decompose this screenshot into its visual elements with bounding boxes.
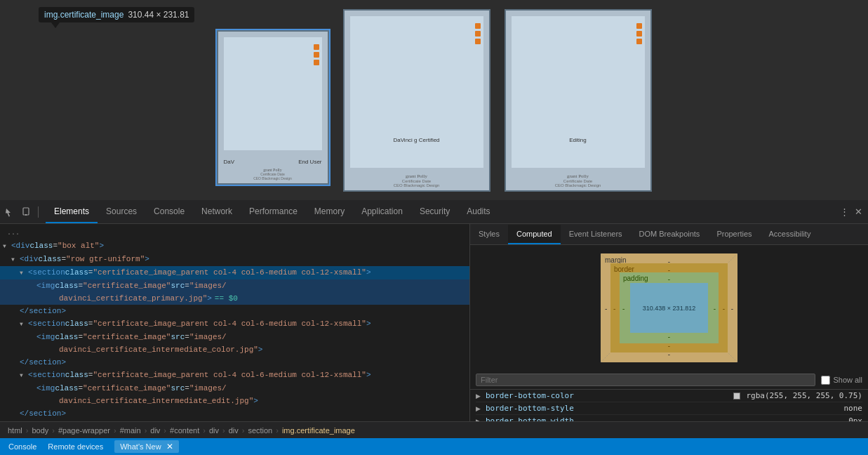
code-line-close[interactable]: </section> — [0, 305, 469, 317]
filter-input[interactable] — [481, 376, 810, 384]
tab-computed[interactable]: Computed — [508, 225, 561, 244]
tab-performance[interactable]: Performance — [241, 200, 306, 223]
prop-row-border-bottom-width[interactable]: ▶ border-bottom-width 0px — [476, 415, 862, 421]
svg-rect-1 — [25, 214, 27, 216]
bc-body[interactable]: body — [29, 426, 51, 435]
prop-expand-arrow[interactable]: ▶ — [476, 393, 483, 400]
cert3-label: Editing — [569, 137, 586, 143]
right-tabs: Styles Computed Event Listeners DOM Brea… — [470, 224, 868, 245]
code-line-selected[interactable]: <section class="certificate_image_parent… — [0, 266, 469, 279]
cert-dot — [475, 39, 481, 44]
tab-elements[interactable]: Elements — [46, 200, 98, 223]
html-panel[interactable]: ... <div class="box alt" > <div class="r… — [0, 224, 470, 421]
devtools-more: ⋮ ✕ — [839, 206, 864, 218]
cert-dot — [314, 60, 319, 65]
code-line[interactable]: <div class="row gtr-uniform" > — [0, 253, 469, 266]
tab-list: Elements Sources Console Network Perform… — [46, 200, 837, 223]
code-line[interactable]: davinci_certificate_intermediate_color.j… — [0, 343, 469, 356]
code-line[interactable]: <section class="certificate_image_parent… — [0, 369, 469, 382]
padding-left-val: - — [622, 304, 625, 312]
prop-row-border-bottom-color[interactable]: ▶ border-bottom-color rgba(255, 255, 255… — [476, 390, 862, 402]
breadcrumb-bar: html › body › #page-wrapper › #main › di… — [0, 421, 868, 438]
tab-properties[interactable]: Properties — [708, 225, 760, 244]
tab-audits[interactable]: Audits — [458, 200, 498, 223]
code-line[interactable]: davinci_certificate_intermediate_edit.jp… — [0, 395, 469, 407]
bottom-close-icon[interactable]: ✕ — [166, 442, 173, 451]
bottom-whats-new-btn[interactable]: What's New — [120, 442, 161, 451]
tooltip-arrow — [51, 22, 60, 28]
code-line[interactable]: <img class="certificate_image" src="imag… — [0, 331, 469, 343]
code-line-close[interactable]: </section> — [0, 407, 469, 420]
cert-inner-1 — [224, 37, 322, 150]
tooltip-filename: img.certificate_image — [44, 10, 123, 20]
tab-network[interactable]: Network — [193, 200, 241, 223]
tab-dom-breakpoints[interactable]: DOM Breakpoints — [631, 225, 709, 244]
svg-rect-0 — [23, 208, 29, 215]
close-devtools-icon[interactable]: ✕ — [853, 206, 864, 218]
show-all-wrap: Show all — [821, 376, 862, 385]
tab-event-listeners[interactable]: Event Listeners — [561, 225, 631, 244]
box-model: margin - - - - border - - - - padding — [601, 253, 737, 362]
tab-sources[interactable]: Sources — [98, 200, 145, 223]
cert-dot — [636, 23, 642, 29]
cert2-label-right: g Certified — [414, 137, 439, 143]
cert-dots-2 — [475, 23, 481, 44]
code-line: ... — [0, 227, 469, 239]
tab-application[interactable]: Application — [353, 200, 411, 223]
content-box: 310.438 × 231.812 — [630, 283, 708, 333]
tab-styles[interactable]: Styles — [470, 225, 508, 244]
margin-left-val: - — [605, 304, 607, 312]
cert-footer-2: grant Polly Certificate Date CEO Blackma… — [394, 173, 440, 190]
prop-row-border-bottom-style[interactable]: ▶ border-bottom-style none — [476, 402, 862, 415]
cert-footer-1: grant Polly Certificate Date CEO Blackma… — [253, 168, 292, 183]
prop-name: border-bottom-style — [486, 404, 841, 413]
expand-arrow[interactable] — [20, 266, 28, 279]
cursor-icon[interactable] — [4, 206, 15, 218]
expand-arrow[interactable] — [11, 253, 20, 266]
code-line[interactable]: <section class="certificate_image_parent… — [0, 317, 469, 331]
bc-html[interactable]: html — [6, 426, 25, 435]
bottom-bar: Console Remote devices What's New ✕ — [0, 438, 868, 455]
bc-main[interactable]: #main — [118, 426, 143, 435]
expand-arrow[interactable] — [20, 317, 28, 331]
bottom-remote-btn[interactable]: Remote devices — [48, 442, 103, 451]
prop-value: none — [844, 404, 863, 413]
border-left-val: - — [613, 304, 615, 312]
show-all-checkbox[interactable] — [821, 376, 830, 385]
expand-arrow[interactable] — [3, 239, 11, 253]
code-line[interactable]: <div class="box alt" > — [0, 239, 469, 253]
bottom-console-btn[interactable]: Console — [8, 442, 36, 451]
right-panel: Styles Computed Event Listeners DOM Brea… — [470, 224, 868, 421]
more-icon[interactable]: ⋮ — [839, 206, 850, 218]
cert-dot — [475, 23, 481, 29]
cert-name-left: DaV — [224, 159, 235, 165]
color-swatch[interactable] — [733, 393, 740, 400]
prop-value: rgba(255, 255, 255, 0.75) — [746, 391, 862, 400]
code-line-close[interactable]: </section> — [0, 356, 469, 369]
device-icon[interactable] — [21, 206, 32, 218]
bc-page-wrapper[interactable]: #page-wrapper — [56, 426, 112, 435]
show-all-label: Show all — [833, 376, 862, 384]
bc-div3[interactable]: div — [227, 426, 241, 435]
bc-div1[interactable]: div — [148, 426, 162, 435]
bc-content[interactable]: #content — [168, 426, 201, 435]
bc-img[interactable]: img.certificate_image — [280, 426, 357, 435]
code-line[interactable]: <img class="certificate_image" src="imag… — [0, 382, 469, 395]
devtools-bar: Elements Sources Console Network Perform… — [0, 200, 868, 224]
element-tooltip: img.certificate_image 310.44 × 231.81 — [39, 7, 194, 22]
tab-console[interactable]: Console — [145, 200, 193, 223]
tab-accessibility[interactable]: Accessibility — [761, 225, 820, 244]
cert2-label-left: DaVinci — [393, 137, 412, 143]
bc-section[interactable]: section — [246, 426, 274, 435]
tab-memory[interactable]: Memory — [306, 200, 353, 223]
expand-arrow[interactable] — [20, 369, 28, 382]
padding-top-val: - — [668, 275, 670, 283]
prop-expand-arrow[interactable]: ▶ — [476, 405, 483, 412]
computed-list[interactable]: ▶ border-bottom-color rgba(255, 255, 255… — [470, 390, 868, 421]
code-line-img[interactable]: <img class="certificate_image" src="imag… — [0, 279, 469, 292]
main-content: ... <div class="box alt" > <div class="r… — [0, 224, 868, 421]
bc-div2[interactable]: div — [207, 426, 221, 435]
tab-security[interactable]: Security — [411, 200, 458, 223]
code-line-img-cont[interactable]: davinci_certificate_primary.jpg" > == $0 — [0, 292, 469, 305]
prop-value: 0px — [848, 416, 862, 421]
